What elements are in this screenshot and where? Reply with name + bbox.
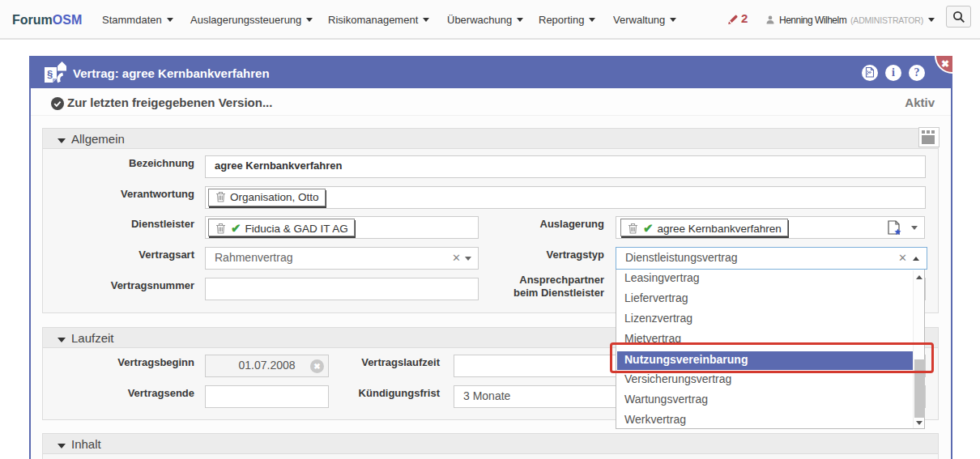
- svg-text:§: §: [47, 68, 53, 80]
